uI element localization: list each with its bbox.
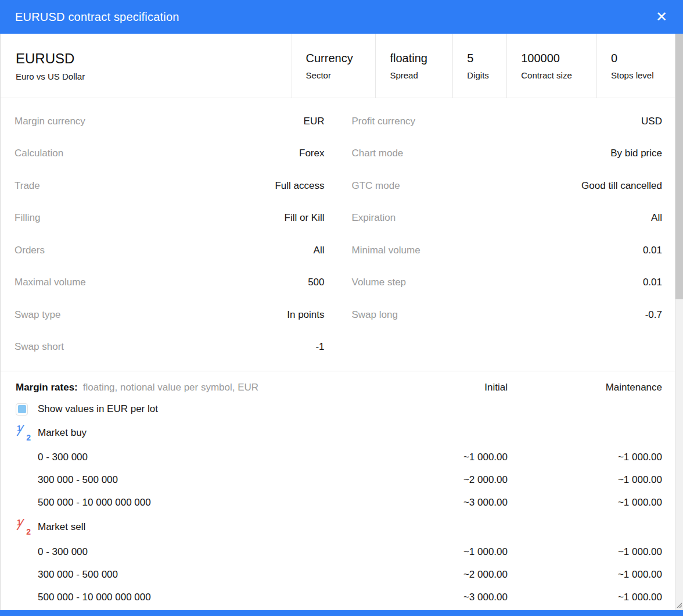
window-bottom-edge [0,610,683,616]
spread-value: floating [390,52,452,65]
spread-label: Spread [390,70,452,80]
show-values-checkbox[interactable] [16,403,28,416]
dialog-title: EURUSD contract specification [15,10,652,24]
margin-rates-title: Margin rates: [16,382,78,393]
spec-row-profit-currency: Profit currency USD [342,105,675,138]
header-cell-sector: Currency Sector [292,34,376,98]
dialog-content: EURUSD Euro vs US Dollar Currency Sector… [0,34,675,610]
spec-row-swap-type: Swap type In points [1,299,342,331]
spec-row-maximal-volume: Maximal volume 500 [1,267,342,299]
spec-row-filling: Filling Fill or Kill [1,202,342,235]
one-half-buy-icon: 1⁄2 [16,424,33,442]
contract-size-label: Contract size [521,70,596,80]
spec-row-margin-currency: Margin currency EUR [1,105,342,138]
spec-row-swap-short: Swap short -1 [1,331,342,364]
margin-rates-section: Margin rates:floating, notional value pe… [1,371,675,608]
tier-row: 300 000 - 500 000 ~2 000.00 ~1 000.00 [1,563,675,586]
spec-row-expiration: Expiration All [342,202,675,235]
spec-row-volume-step: Volume step 0.01 [342,267,675,299]
digits-label: Digits [467,70,506,80]
show-values-row: Show values in EUR per lot [1,398,675,420]
header-cell-stops-level: 0 Stops level [596,34,675,98]
one-half-sell-icon: 1⁄2 [16,518,33,536]
tier-row: 500 000 - 10 000 000 000 ~3 000.00 ~1 00… [1,586,675,608]
spec-grid: Margin currency EUR Calculation Forex Tr… [1,98,675,371]
spec-row-trade: Trade Full access [1,170,342,202]
symbol-cell: EURUSD Euro vs US Dollar [1,34,292,98]
header-cell-digits: 5 Digits [452,34,506,98]
dialog-titlebar[interactable]: EURUSD contract specification ✕ [0,0,683,34]
spec-row-orders: Orders All [1,234,342,267]
spec-column-left: Margin currency EUR Calculation Forex Tr… [1,105,342,371]
spec-row-swap-long: Swap long -0.7 [342,299,675,331]
show-values-label: Show values in EUR per lot [38,403,158,415]
header-cell-contract-size: 100000 Contract size [506,34,596,98]
vertical-scrollbar[interactable] [675,34,683,610]
tier-row: 0 - 300 000 ~1 000.00 ~1 000.00 [1,446,675,468]
group-name: Market sell [38,521,85,533]
symbol-header-row: EURUSD Euro vs US Dollar Currency Sector… [1,34,675,98]
column-header-initial: Initial [322,382,508,393]
group-header-market-buy: 1⁄2 Market buy [1,420,675,446]
spec-row-chart-mode: Chart mode By bid price [342,138,675,170]
resize-grip-icon[interactable] [675,601,682,608]
tier-row: 300 000 - 500 000 ~2 000.00 ~1 000.00 [1,468,675,491]
sector-label: Sector [306,70,376,80]
group-name: Market buy [38,427,87,439]
sector-value: Currency [306,52,376,65]
spec-row-gtc-mode: GTC mode Good till cancelled [342,170,675,202]
contract-size-value: 100000 [521,52,596,65]
stops-level-value: 0 [611,52,675,65]
spec-column-right: Profit currency USD Chart mode By bid pr… [342,105,675,371]
digits-value: 5 [467,52,506,65]
checkbox-checked-mark [18,405,26,413]
margin-rates-subtitle: floating, notional value per symbol, EUR [83,382,258,393]
group-header-market-sell: 1⁄2 Market sell [1,514,675,540]
stops-level-label: Stops level [611,70,675,80]
symbol-name: EURUSD [16,51,292,67]
tier-row: 500 000 - 10 000 000 000 ~3 000.00 ~1 00… [1,491,675,514]
column-header-maintenance: Maintenance [508,382,662,393]
header-cell-spread: floating Spread [375,34,452,98]
symbol-description: Euro vs US Dollar [16,71,292,81]
spec-row-minimal-volume: Minimal volume 0.01 [342,234,675,267]
margin-rates-header: Margin rates:floating, notional value pe… [1,377,675,398]
spec-row-calculation: Calculation Forex [1,138,342,170]
tier-row: 0 - 300 000 ~1 000.00 ~1 000.00 [1,540,675,563]
close-icon[interactable]: ✕ [652,7,671,27]
scrollbar-thumb[interactable] [675,34,683,299]
